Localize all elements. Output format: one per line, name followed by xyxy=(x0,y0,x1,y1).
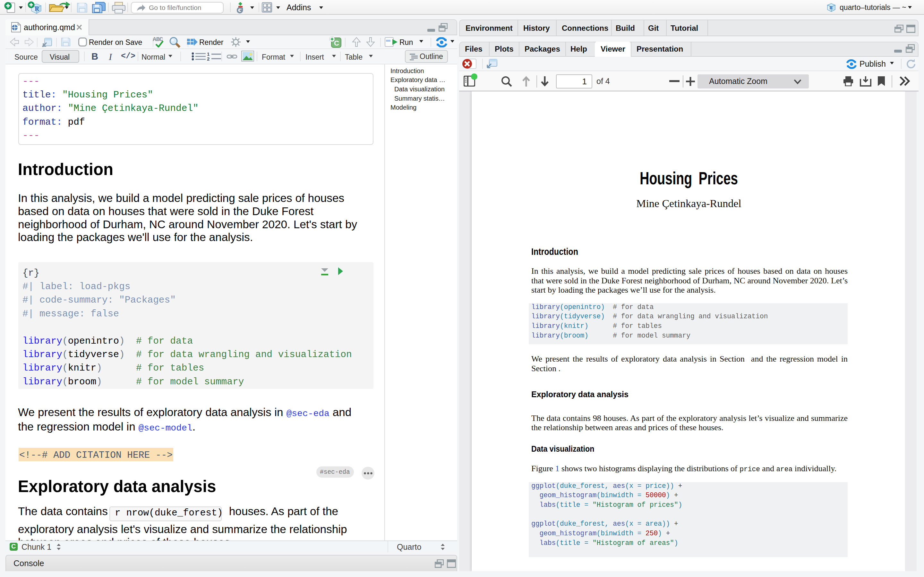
svg-text:2: 2 xyxy=(207,56,210,61)
svg-text:R: R xyxy=(829,5,833,10)
svg-text:C: C xyxy=(334,39,339,47)
svg-text:R: R xyxy=(35,5,39,12)
